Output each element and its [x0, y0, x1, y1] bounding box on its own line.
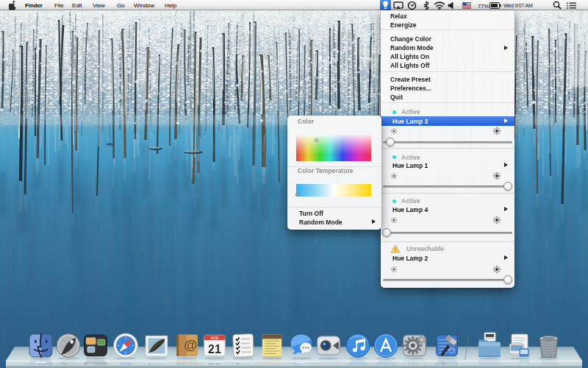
- svg-text:AUG: AUG: [211, 336, 219, 340]
- svg-text:@: @: [184, 337, 197, 353]
- svg-text:21: 21: [208, 343, 221, 355]
